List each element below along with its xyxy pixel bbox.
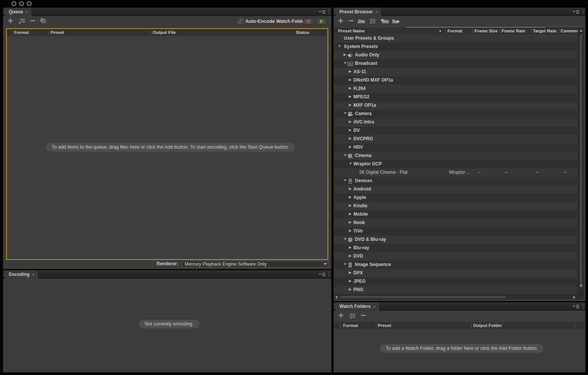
tab-close-icon[interactable]: × <box>26 10 28 14</box>
disclosure-closed-icon[interactable]: ▶ <box>349 136 352 140</box>
tab-queue[interactable]: Queue × <box>5 8 32 16</box>
scroll-right-icon[interactable] <box>573 296 575 299</box>
sort-ascending-icon[interactable]: ▲ <box>439 29 442 32</box>
preset-tree-row-android[interactable]: ▶Android <box>334 185 578 194</box>
duplicate-icon[interactable] <box>40 18 48 25</box>
column-resize-handle[interactable] <box>445 29 446 33</box>
column-header-format[interactable]: Format <box>447 27 462 34</box>
disclosure-closed-icon[interactable]: ▶ <box>349 86 352 90</box>
preset-tree-row-jpeg[interactable]: ▶JPEG <box>334 277 578 286</box>
disclosure-closed-icon[interactable]: ▶ <box>349 103 352 107</box>
minimize-window-button[interactable] <box>19 1 24 6</box>
column-header-preset[interactable]: Preset <box>51 29 64 36</box>
column-header-preset[interactable]: Preset <box>378 322 391 329</box>
tab-close-icon[interactable]: × <box>373 304 375 309</box>
preset-tree-row-dv[interactable]: ▶DV <box>334 127 578 135</box>
column-header-status[interactable]: Status <box>296 29 309 36</box>
disclosure-closed-icon[interactable]: ▶ <box>349 271 352 274</box>
stop-queue-button[interactable] <box>303 18 314 25</box>
preset-tree-row-mpeg2[interactable]: ▶MPEG2 <box>334 93 578 101</box>
disclosure-closed-icon[interactable]: ▶ <box>349 287 352 291</box>
column-resize-handle[interactable] <box>12 30 13 35</box>
start-queue-button[interactable] <box>316 18 327 25</box>
disclosure-open-icon[interactable]: ▼ <box>344 61 347 65</box>
close-window-button[interactable] <box>11 1 16 6</box>
preset-tree-row-user-presets-groups[interactable]: User Presets & Groups <box>334 34 578 43</box>
preset-tree-row-mobile[interactable]: ▶Mobile <box>334 210 578 219</box>
column-header-output-file[interactable]: Output File <box>153 29 176 36</box>
disclosure-closed-icon[interactable]: ▶ <box>349 128 352 132</box>
disclosure-closed-icon[interactable]: ▶ <box>349 212 352 216</box>
panel-edge-gripper-icon[interactable] <box>582 304 584 309</box>
preset-tree-row-kindle[interactable]: ▶Kindle <box>334 202 578 210</box>
import-preset-icon[interactable] <box>381 18 388 25</box>
vertical-scrollbar[interactable] <box>578 27 584 294</box>
disclosure-closed-icon[interactable]: ▶ <box>349 145 352 149</box>
column-resize-handle[interactable] <box>376 323 376 328</box>
column-resize-handle[interactable] <box>340 323 341 328</box>
disclosure-open-icon[interactable]: ▼ <box>349 162 352 165</box>
vertical-scroll-thumb[interactable] <box>579 34 583 288</box>
add-source-icon[interactable] <box>8 18 15 25</box>
tab-close-icon[interactable]: × <box>32 272 35 277</box>
disclosure-closed-icon[interactable]: ▶ <box>349 204 352 207</box>
add-folder-icon[interactable] <box>338 312 346 319</box>
scroll-down-icon[interactable] <box>580 285 583 287</box>
zoom-window-button[interactable] <box>27 1 32 6</box>
preset-tree-row-camera[interactable]: ▼Camera <box>334 110 578 118</box>
add-output-icon[interactable] <box>18 18 26 25</box>
column-resize-handle[interactable] <box>473 29 473 33</box>
column-resize-handle[interactable] <box>471 323 471 328</box>
column-resize-handle[interactable] <box>500 29 500 33</box>
column-resize-handle[interactable] <box>559 29 559 33</box>
preset-tree-row-broadcast[interactable]: ▼TVBroadcast <box>334 59 578 68</box>
auto-encode-checkbox[interactable]: ✓ <box>238 19 243 24</box>
column-header-output-folder[interactable]: Output Folder <box>473 322 502 329</box>
tab-close-icon[interactable]: × <box>375 10 378 14</box>
horizontal-scroll-thumb[interactable] <box>339 295 506 299</box>
preset-tree-row-dvd[interactable]: ▶DVD <box>334 252 578 261</box>
folder-settings-icon[interactable] <box>349 312 356 319</box>
preset-tree-row-h-264[interactable]: ▶H.264 <box>334 85 578 93</box>
panel-menu-icon[interactable] <box>572 10 580 14</box>
column-header-format[interactable]: Format <box>343 322 358 329</box>
column-header-format[interactable]: Format <box>14 29 29 36</box>
preset-tree-row-cinema[interactable]: ▼Cinema <box>334 152 578 160</box>
preset-tree-row-hdv[interactable]: ▶HDV <box>334 143 578 152</box>
disclosure-closed-icon[interactable]: ▶ <box>349 78 352 82</box>
column-resize-handle[interactable] <box>575 323 575 328</box>
preset-tree-row-system-presets[interactable]: ▼System Presets <box>334 43 578 51</box>
panel-edge-gripper-icon[interactable] <box>582 9 584 14</box>
column-resize-handle[interactable] <box>531 29 531 33</box>
preset-tree-row-devices[interactable]: ▼Devices <box>334 177 578 185</box>
preset-tree-row-2k-digital-cinema-flat[interactable]: 2K Digital Cinema - FlatWraptor ...–––– <box>334 168 578 177</box>
delete-preset-icon[interactable] <box>348 18 356 25</box>
tab-encoding[interactable]: Encoding × <box>5 270 38 279</box>
preset-tree-row-dpx[interactable]: ▶DPX <box>334 269 578 277</box>
preset-tree-row-image-sequence[interactable]: ▼Image Sequence <box>334 261 578 269</box>
preset-settings-icon[interactable] <box>369 18 377 25</box>
column-header-preset-name[interactable]: Preset Name <box>338 27 365 34</box>
column-resize-handle[interactable] <box>151 30 151 35</box>
disclosure-closed-icon[interactable]: ▶ <box>349 254 352 258</box>
renderer-dropdown[interactable]: Mercury Playback Engine Software Only <box>182 261 328 268</box>
horizontal-scrollbar[interactable] <box>334 294 578 300</box>
column-resize-handle[interactable] <box>327 30 327 35</box>
preset-tree-row-audio-only[interactable]: ▶Audio Only <box>334 51 578 59</box>
create-group-icon[interactable] <box>358 18 365 25</box>
panel-edge-gripper-icon[interactable] <box>328 9 330 14</box>
column-header-target-rate[interactable]: Target Rate <box>533 27 556 34</box>
remove-icon[interactable] <box>30 18 38 25</box>
scroll-left-icon[interactable] <box>335 296 337 299</box>
disclosure-closed-icon[interactable]: ▶ <box>349 195 352 199</box>
disclosure-closed-icon[interactable]: ▶ <box>349 229 352 232</box>
remove-icon[interactable] <box>361 312 368 319</box>
preset-tree-row-mxf-op1a[interactable]: ▶MXF OP1a <box>334 101 578 110</box>
preset-tree-row-wraptor-dcp[interactable]: ▼Wraptor DCP <box>334 160 578 168</box>
panel-menu-icon[interactable] <box>318 272 326 277</box>
disclosure-open-icon[interactable]: ▼ <box>344 153 347 157</box>
disclosure-closed-icon[interactable]: ▶ <box>349 245 352 249</box>
disclosure-open-icon[interactable]: ▼ <box>344 178 347 182</box>
scroll-up-icon[interactable] <box>580 29 583 32</box>
disclosure-open-icon[interactable]: ▼ <box>344 111 347 115</box>
